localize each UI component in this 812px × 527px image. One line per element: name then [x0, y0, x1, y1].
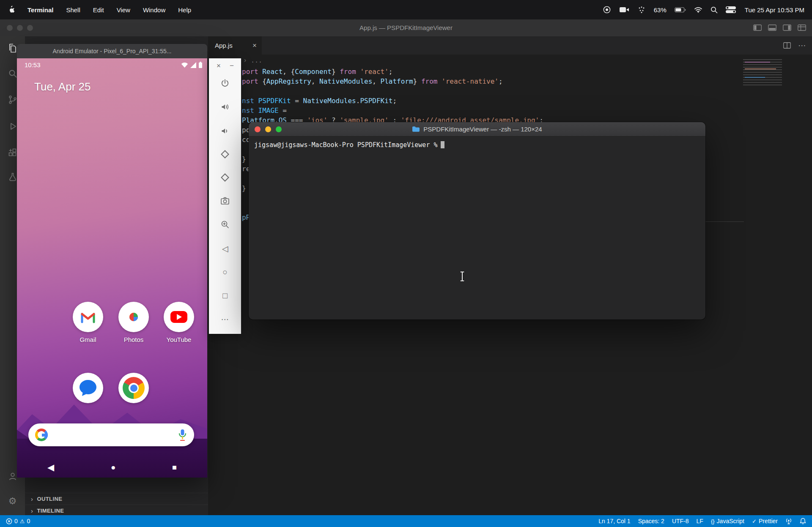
- emulator-home-button[interactable]: ○: [209, 264, 241, 281]
- cursor-position[interactable]: Ln 17, Col 1: [598, 518, 631, 524]
- vscode-window-title: App.js — PSPDFKitImageViewer: [0, 19, 812, 36]
- menu-window[interactable]: Window: [143, 6, 165, 14]
- menu-shell[interactable]: Shell: [66, 6, 80, 14]
- toggle-sidebar-icon[interactable]: [753, 25, 762, 31]
- zoom-button[interactable]: [209, 216, 241, 233]
- app-photos[interactable]: Photos: [118, 302, 149, 343]
- settings-gear-icon[interactable]: ⚙: [0, 491, 25, 511]
- breadcrumb[interactable]: › ...: [243, 57, 262, 64]
- terminal-titlebar[interactable]: PSPDFKitImageViewer — -zsh — 120×24: [249, 122, 705, 137]
- formatter-label: Prettier: [759, 518, 778, 524]
- phone-date-widget[interactable]: Tue, Apr 25: [34, 80, 91, 93]
- emulator-more-button[interactable]: ⋯: [209, 311, 241, 328]
- wifi-icon[interactable]: [694, 7, 702, 13]
- screen-record-icon[interactable]: [603, 5, 611, 14]
- emulator-back-button[interactable]: ◁: [209, 240, 241, 257]
- error-icon: [6, 518, 12, 524]
- menu-app-name[interactable]: Terminal: [27, 6, 53, 14]
- volume-down-button[interactable]: [209, 123, 241, 139]
- sidebar-section-timeline[interactable]: › TIMELINE: [25, 505, 208, 516]
- phone-nav-bar: ◀ ● ■: [17, 457, 207, 478]
- terminal-window[interactable]: PSPDFKitImageViewer — -zsh — 120×24 jigs…: [249, 122, 705, 319]
- indentation-setting[interactable]: Spaces: 2: [638, 518, 664, 524]
- timeline-section-label: TIMELINE: [37, 508, 64, 514]
- power-button[interactable]: [209, 75, 241, 92]
- emulator-close-icon[interactable]: ×: [213, 60, 225, 72]
- menu-clock[interactable]: Tue 25 Apr 10:53 PM: [745, 6, 804, 14]
- rotate-right-button[interactable]: [209, 169, 241, 186]
- google-g-icon[interactable]: [35, 429, 48, 441]
- rotate-left-button[interactable]: [209, 146, 241, 163]
- eol-setting[interactable]: LF: [697, 518, 703, 524]
- tab-close-icon[interactable]: ×: [252, 42, 257, 49]
- tab-label: App.js: [215, 42, 233, 49]
- app-youtube[interactable]: YouTube: [164, 302, 194, 343]
- ports-icon[interactable]: [785, 518, 792, 524]
- battery-percent: 63%: [654, 6, 667, 14]
- battery-icon: [675, 7, 686, 13]
- emulator-titlebar[interactable]: Android Emulator - Pixel_6_Pro_API_31:55…: [17, 44, 207, 58]
- vscode-titlebar[interactable]: App.js — PSPDFKitImageViewer: [0, 19, 812, 36]
- photos-icon[interactable]: [118, 302, 149, 332]
- emulator-minimize-icon[interactable]: −: [226, 60, 238, 72]
- phone-clock: 10:53: [25, 61, 41, 68]
- messages-icon[interactable]: [73, 373, 103, 403]
- menu-view[interactable]: View: [117, 6, 130, 14]
- control-center-icon[interactable]: [726, 6, 736, 13]
- app-chrome[interactable]: [118, 373, 149, 403]
- text-cursor-pointer: [459, 271, 466, 282]
- terminal-window-title: PSPDFKitImageViewer — -zsh — 120×24: [423, 126, 542, 133]
- screenshot-camera-button[interactable]: [209, 192, 241, 209]
- apple-menu-icon[interactable]: [8, 5, 15, 14]
- nav-back-icon[interactable]: ◀: [47, 462, 54, 472]
- zoom-button[interactable]: [276, 126, 282, 132]
- phone-signal-icon: [190, 62, 197, 68]
- terminal-window-controls: [255, 126, 282, 132]
- terminal-prompt: jigsaw@jigsaws-MacBook-Pro PSPDFKitImage…: [254, 141, 437, 149]
- spotlight-search-icon[interactable]: [710, 6, 718, 14]
- tab-bar: App.js × ⋯: [208, 36, 812, 55]
- app-messages[interactable]: [73, 373, 103, 403]
- customize-layout-icon[interactable]: [798, 25, 806, 31]
- menu-help[interactable]: Help: [178, 6, 191, 14]
- gmail-icon[interactable]: [73, 302, 103, 332]
- problems-indicator[interactable]: 0 ⚠ 0: [6, 518, 30, 524]
- display-dots-icon[interactable]: [637, 5, 646, 14]
- menu-edit[interactable]: Edit: [93, 6, 104, 14]
- minimize-button[interactable]: [265, 126, 271, 132]
- error-count: 0: [14, 518, 18, 524]
- language-mode[interactable]: {} JavaScript: [711, 518, 744, 524]
- chevron-right-icon: ›: [31, 495, 33, 502]
- screen: App.js — PSPDFKitImageViewer ⚙ › OUTLINE: [0, 0, 812, 527]
- app-label: YouTube: [164, 336, 194, 343]
- volume-up-button[interactable]: [209, 98, 241, 115]
- bell-icon[interactable]: [800, 518, 806, 524]
- youtube-icon[interactable]: [164, 302, 194, 332]
- google-search-bar[interactable]: [28, 423, 194, 446]
- sidebar-section-outline[interactable]: › OUTLINE: [25, 493, 208, 505]
- emulator-window: Android Emulator - Pixel_6_Pro_API_31:55…: [17, 44, 207, 478]
- toggle-panel-icon[interactable]: [768, 25, 776, 31]
- emulator-window-title: Android Emulator - Pixel_6_Pro_API_31:55…: [53, 48, 172, 55]
- toggle-secondary-sidebar-icon[interactable]: [783, 25, 791, 31]
- chrome-icon[interactable]: [118, 373, 149, 403]
- editor-more-actions-icon[interactable]: ⋯: [798, 41, 806, 50]
- video-icon[interactable]: [619, 6, 629, 13]
- app-gmail[interactable]: Gmail: [73, 302, 103, 343]
- nav-recents-icon[interactable]: ■: [172, 463, 177, 472]
- encoding-setting[interactable]: UTF-8: [672, 518, 689, 524]
- warning-count: 0: [27, 518, 30, 524]
- formatter-indicator[interactable]: ✓ Prettier: [752, 518, 778, 524]
- split-editor-icon[interactable]: [783, 42, 791, 49]
- voice-search-mic-icon[interactable]: [178, 429, 187, 441]
- phone-screen[interactable]: 10:53 Tue, Apr 25 Gmail: [17, 58, 207, 478]
- chevron-right-icon: ›: [31, 507, 33, 514]
- warning-icon: ⚠: [20, 518, 25, 524]
- minimap[interactable]: [743, 59, 782, 86]
- nav-home-icon[interactable]: ●: [111, 463, 115, 472]
- terminal-content[interactable]: jigsaw@jigsaws-MacBook-Pro PSPDFKitImage…: [249, 137, 705, 319]
- terminal-cursor: [441, 141, 444, 148]
- tab-appjs[interactable]: App.js ×: [208, 36, 262, 55]
- close-button[interactable]: [255, 126, 261, 132]
- emulator-overview-button[interactable]: □: [209, 287, 241, 304]
